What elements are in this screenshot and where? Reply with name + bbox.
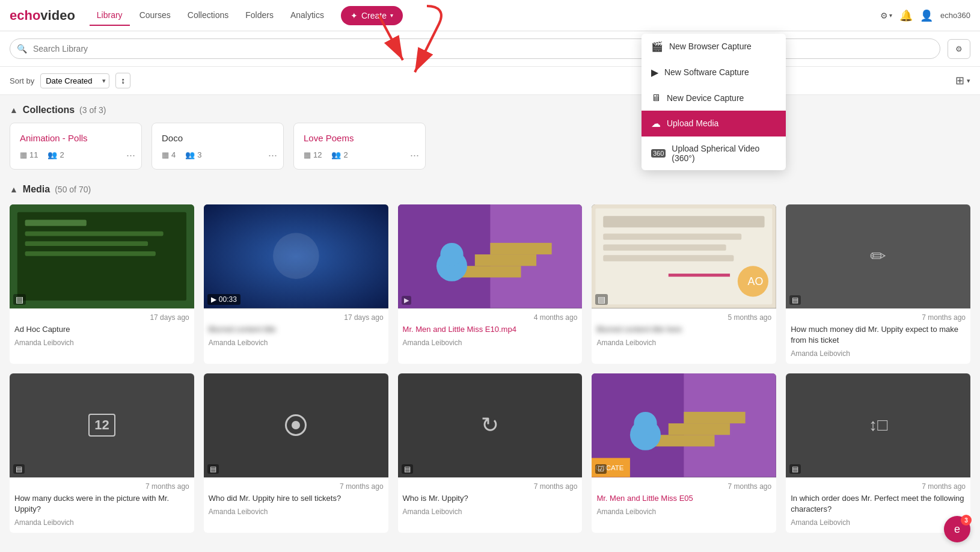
media-type-icon: ▶ — [402, 296, 411, 305]
media-time-ago: 7 months ago — [204, 477, 388, 492]
members-icon: 👥 — [331, 150, 341, 159]
settings-button[interactable]: ⚙ ▾ — [880, 11, 892, 20]
collection-more-button[interactable]: ··· — [126, 149, 135, 162]
media-card-mrmen-e05[interactable]: COCATE ☑ 7 months ago Mr. Men and Little… — [592, 373, 776, 533]
svg-text:AO: AO — [748, 275, 764, 287]
media-time-ago: 5 months ago — [592, 308, 776, 323]
svg-rect-12 — [459, 266, 521, 277]
dropdown-upload-media[interactable]: ☁ Upload Media — [642, 111, 786, 136]
sort-select[interactable]: Date Created Title Duration Date Modifie… — [40, 73, 109, 88]
play-icon: ▶ — [211, 295, 216, 304]
gear-icon: ⚙ — [880, 11, 888, 20]
collection-name: Animation - Polls — [20, 133, 132, 143]
collection-card-doco[interactable]: Doco ▦ 4 👥 3 ··· — [152, 123, 284, 170]
sort-by-label: Sort by — [10, 76, 34, 85]
nav-collections[interactable]: Collections — [180, 5, 236, 26]
media-card-mr-uppity-ticket[interactable]: ✏ ▤ 7 months ago How much money did Mr. … — [786, 204, 970, 364]
nav-folders[interactable]: Folders — [238, 5, 281, 26]
media-thumbnail: ▤ — [204, 373, 388, 477]
header-right: ⚙ ▾ 🔔 👤 echo360 — [880, 9, 970, 22]
software-capture-label: New Software Capture — [664, 67, 749, 77]
sort-order-button[interactable]: ↕ — [115, 73, 130, 88]
media-card-mr-perfect[interactable]: ↕□ ▤ 7 months ago In which order does Mr… — [786, 373, 970, 533]
media-card-ad-hoc[interactable]: ▤ 17 days ago Ad Hoc Capture Amanda Leib… — [10, 204, 194, 364]
members-icon: 👥 — [185, 150, 195, 159]
create-label: Create — [361, 11, 387, 20]
media-time-ago: 17 days ago — [10, 308, 194, 323]
dropdown-new-browser-capture[interactable]: 🎬 New Browser Capture — [642, 34, 786, 60]
media-card-blurred-2[interactable]: AO ▤ 5 months ago Blurred content title … — [592, 204, 776, 364]
video-icon: ▦ — [162, 150, 169, 159]
header: echovideo Library Courses Collections Fo… — [0, 0, 980, 31]
notifications-icon[interactable]: 🔔 — [899, 9, 913, 22]
search-container: 🔍 — [10, 38, 940, 59]
collection-meta: ▦ 11 👥 2 — [20, 150, 132, 159]
media-title-text: Blurred content title here — [592, 323, 776, 337]
media-time-ago: 7 months ago — [786, 308, 970, 323]
search-input[interactable] — [10, 38, 940, 59]
collections-title: Collections — [23, 105, 75, 115]
upload-icon: ☁ — [651, 118, 661, 129]
collection-more-button[interactable]: ··· — [410, 149, 419, 162]
collection-video-count: ▦ 12 — [304, 150, 322, 159]
svg-rect-5 — [25, 232, 164, 236]
sort-select-wrap: Date Created Title Duration Date Modifie… — [40, 73, 109, 88]
logo-span: video — [40, 8, 75, 23]
media-thumbnail: COCATE ☑ — [592, 373, 776, 477]
media-author: Amanda Leibovich — [10, 517, 194, 533]
svg-rect-13 — [474, 254, 536, 266]
collection-card-animation-polls[interactable]: Animation - Polls ▦ 11 👥 2 ··· — [10, 123, 142, 170]
sort-order-icon: ↕ — [121, 76, 125, 85]
collection-card-love-poems[interactable]: Love Poems ▦ 12 👥 2 ··· — [293, 123, 426, 170]
grid-icon: ⊞ — [955, 74, 964, 87]
media-thumbnail: ▤ — [10, 204, 194, 308]
nav-library[interactable]: Library — [90, 5, 130, 26]
upload-media-label: Upload Media — [667, 118, 718, 128]
media-toggle[interactable]: ▲ — [10, 185, 18, 194]
svg-rect-22 — [604, 255, 734, 261]
collection-meta: ▦ 12 👥 2 — [304, 150, 415, 159]
media-type-checkbox: ☑ — [595, 464, 607, 474]
grid-toggle[interactable]: ⊞ ▾ — [955, 74, 970, 87]
svg-point-9 — [273, 233, 319, 279]
logo[interactable]: echovideo — [10, 8, 75, 23]
dropdown-new-device-capture[interactable]: 🖥 New Device Capture — [642, 85, 786, 111]
collections-section-header: ▲ Collections (3 of 3) — [10, 105, 970, 115]
collection-name: Doco — [162, 133, 274, 143]
collection-more-button[interactable]: ··· — [268, 149, 277, 162]
chevron-down-icon: ▾ — [390, 12, 393, 19]
media-author: Amanda Leibovich — [786, 348, 970, 364]
media-title-text: How many ducks were in the picture with … — [10, 492, 194, 517]
media-card-ducks[interactable]: 12 ▤ 7 months ago How many ducks were in… — [10, 373, 194, 533]
media-section-header: ▲ Media (50 of 70) — [10, 184, 970, 195]
collections-toggle[interactable]: ▲ — [10, 105, 18, 115]
dropdown-new-software-capture[interactable]: ▶ New Software Capture — [642, 60, 786, 85]
device-capture-icon: 🖥 — [651, 93, 661, 103]
nav-courses[interactable]: Courses — [132, 5, 178, 26]
media-type-icon: ▤ — [13, 294, 26, 305]
chat-badge[interactable]: e 3 — [944, 516, 970, 542]
media-card-blurred-1[interactable]: ▶ 00:33 17 days ago Blurred content titl… — [204, 204, 388, 364]
filter-button[interactable]: ⚙ — [948, 39, 970, 59]
nav-analytics[interactable]: Analytics — [283, 5, 331, 26]
collection-meta: ▦ 4 👥 3 — [162, 150, 274, 159]
create-button[interactable]: ✦ Create ▾ — [341, 6, 403, 25]
members-icon: 👥 — [47, 150, 57, 159]
echo360-badge: echo360 — [940, 11, 970, 20]
svg-rect-7 — [25, 251, 156, 256]
svg-rect-30 — [684, 412, 746, 423]
user-icon[interactable]: 👤 — [920, 9, 933, 22]
collection-member-count: 👥 2 — [47, 150, 64, 159]
chat-icon: e — [954, 523, 960, 536]
svg-rect-14 — [490, 243, 551, 254]
media-card-mrmen-e10[interactable]: ▶ 4 months ago Mr. Men and Little Miss E… — [398, 204, 583, 364]
media-title-text: Blurred content title — [204, 323, 388, 337]
svg-point-16 — [440, 243, 463, 266]
media-thumbnail: AO ▤ — [592, 204, 776, 308]
media-card-mr-uppity-hire[interactable]: ▤ 7 months ago Who did Mr. Uppity hire t… — [204, 373, 388, 533]
dropdown-upload-360[interactable]: 360 Upload Spherical Video (360°) — [642, 136, 786, 170]
media-thumbnail: 12 ▤ — [10, 373, 194, 477]
media-card-who-is-mr-uppity[interactable]: ↺ ▤ 7 months ago Who is Mr. Uppity? Aman… — [398, 373, 583, 533]
media-time-ago: 7 months ago — [398, 477, 583, 492]
media-type-icon: ▤ — [595, 294, 608, 305]
